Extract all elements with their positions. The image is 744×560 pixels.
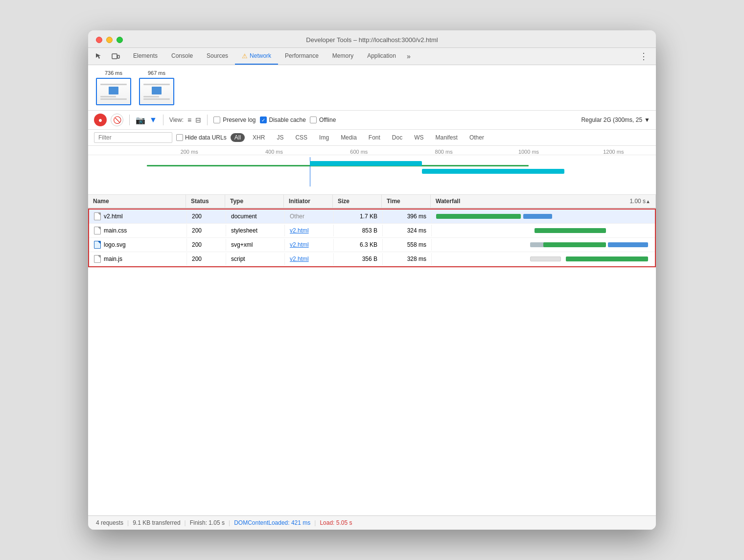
tab-bar: Elements Console Sources ⚠ Network Perfo… xyxy=(88,48,656,65)
col-size[interactable]: Size xyxy=(333,195,382,208)
row-time-mainjs: 328 ms xyxy=(383,253,432,265)
row-status-logosvg: 200 xyxy=(187,239,226,251)
offline-check[interactable] xyxy=(310,117,317,123)
ruler-200: 200 ms xyxy=(147,149,232,155)
row-type-v2html: document xyxy=(226,210,285,222)
tab-network[interactable]: ⚠ Network xyxy=(235,48,278,65)
minimize-button[interactable] xyxy=(106,37,113,43)
filter-xhr-btn[interactable]: XHR xyxy=(249,133,269,142)
filmstrip-thumb-1[interactable] xyxy=(96,78,131,105)
thumb-line xyxy=(100,84,127,85)
thumb-line-4 xyxy=(143,96,160,97)
col-waterfall[interactable]: Waterfall 1.00 s ▲ xyxy=(431,195,656,208)
row-initiator-logosvg[interactable]: v2.html xyxy=(285,239,334,251)
hide-data-urls-checkbox[interactable]: Hide data URLs xyxy=(176,134,227,141)
tab-memory[interactable]: Memory xyxy=(326,48,360,64)
table-row-v2html[interactable]: v2.html 200 document Other 1.7 KB 396 ms xyxy=(89,210,655,224)
row-name-logosvg[interactable]: logo.svg xyxy=(89,238,187,251)
sep-2: | xyxy=(185,519,186,526)
filter-other-btn[interactable]: Other xyxy=(465,133,488,142)
row-type-mainjs: script xyxy=(226,253,285,265)
record-button[interactable]: ● xyxy=(94,114,107,126)
status-transferred: 9.1 KB transferred xyxy=(133,519,180,526)
disable-cache-check[interactable]: ✓ xyxy=(260,117,267,123)
css-file-icon xyxy=(94,227,101,234)
filter-css-btn[interactable]: CSS xyxy=(291,133,311,142)
row-size-maincss: 853 B xyxy=(334,225,383,236)
initiator-link-mainjs[interactable]: v2.html xyxy=(290,256,309,262)
timeline-bars xyxy=(147,157,656,187)
row-initiator-mainjs[interactable]: v2.html xyxy=(285,253,334,265)
table-row-maincss[interactable]: main.css 200 stylesheet v2.html 853 B 32… xyxy=(89,224,655,238)
disable-cache-checkbox[interactable]: ✓ Disable cache xyxy=(260,117,306,123)
filter-icon[interactable]: ▼ xyxy=(149,116,157,124)
devtools-menu-button[interactable]: ⋮ xyxy=(635,48,652,65)
table-row-mainjs[interactable]: main.js 200 script v2.html 356 B 328 ms xyxy=(89,252,655,266)
sep-3: | xyxy=(229,519,230,526)
row-status-maincss: 200 xyxy=(187,225,226,236)
preserve-log-check[interactable] xyxy=(213,117,220,123)
view-group-icon[interactable]: ⊟ xyxy=(195,116,201,124)
view-list-icon[interactable]: ≡ xyxy=(187,116,191,124)
wf-green-bar-3 xyxy=(543,242,606,247)
sort-asc-icon: ▲ xyxy=(646,199,651,204)
col-name[interactable]: Name xyxy=(88,195,186,208)
device-icon[interactable] xyxy=(109,49,122,63)
row-name-mainjs[interactable]: main.js xyxy=(89,253,187,265)
tab-performance[interactable]: Performance xyxy=(278,48,326,64)
initiator-link-maincss[interactable]: v2.html xyxy=(290,227,309,234)
timeline-area: 200 ms 400 ms 600 ms 800 ms 1000 ms 1200… xyxy=(88,146,656,195)
tab-elements[interactable]: Elements xyxy=(126,48,164,64)
wf-gray-bar-4 xyxy=(530,257,561,261)
inspect-icon[interactable] xyxy=(92,49,106,63)
row-name-v2html[interactable]: v2.html xyxy=(89,210,187,223)
row-type-logosvg: svg+xml xyxy=(226,239,285,251)
warning-icon: ⚠ xyxy=(242,52,248,60)
divider-1 xyxy=(129,115,130,125)
tab-application[interactable]: Application xyxy=(360,48,403,64)
col-type[interactable]: Type xyxy=(225,195,284,208)
more-tabs-button[interactable]: » xyxy=(403,49,415,63)
filter-doc-btn[interactable]: Doc xyxy=(388,133,406,142)
throttle-select[interactable]: Regular 2G (300ms, 25 ▼ xyxy=(581,117,650,123)
row-time-maincss: 324 ms xyxy=(383,225,432,236)
row-name-maincss[interactable]: main.css xyxy=(89,224,187,237)
filmstrip-thumb-2[interactable] xyxy=(139,78,174,105)
title-bar: Developer Tools – http://localhost:3000/… xyxy=(88,30,656,48)
divider-3 xyxy=(207,115,208,125)
filter-manifest-btn[interactable]: Manifest xyxy=(432,133,462,142)
status-requests: 4 requests xyxy=(96,519,123,526)
filmstrip-item-2[interactable]: 967 ms xyxy=(139,70,174,105)
tab-sources[interactable]: Sources xyxy=(200,48,235,64)
filter-js-btn[interactable]: JS xyxy=(273,133,287,142)
thumb-content-2 xyxy=(140,79,173,104)
preserve-log-checkbox[interactable]: Preserve log xyxy=(213,117,256,123)
screenshot-button[interactable]: 📷 xyxy=(136,116,145,125)
filter-media-btn[interactable]: Media xyxy=(337,133,361,142)
maximize-button[interactable] xyxy=(116,37,123,43)
filmstrip-item-1[interactable]: 736 ms xyxy=(96,70,131,105)
initiator-link-logosvg[interactable]: v2.html xyxy=(290,241,309,248)
clear-button[interactable]: 🚫 xyxy=(111,114,123,126)
col-time[interactable]: Time xyxy=(382,195,431,208)
filter-ws-btn[interactable]: WS xyxy=(410,133,427,142)
filter-input[interactable] xyxy=(94,132,172,143)
status-load: Load: 5.05 s xyxy=(320,519,352,526)
hide-data-urls-check[interactable] xyxy=(176,134,183,141)
filter-font-btn[interactable]: Font xyxy=(365,133,384,142)
row-waterfall-maincss xyxy=(432,224,655,237)
ruler-1000: 1000 ms xyxy=(486,149,571,155)
table-row-logosvg[interactable]: logo.svg 200 svg+xml v2.html 6.3 KB 558 … xyxy=(89,238,655,252)
tab-console[interactable]: Console xyxy=(164,48,200,64)
row-initiator-maincss[interactable]: v2.html xyxy=(285,225,334,236)
filter-img-btn[interactable]: Img xyxy=(315,133,333,142)
col-status[interactable]: Status xyxy=(186,195,225,208)
wf-green-bar-1 xyxy=(436,214,521,219)
filter-all-btn[interactable]: All xyxy=(231,133,245,142)
col-initiator[interactable]: Initiator xyxy=(284,195,333,208)
svg-rect-0 xyxy=(112,54,117,59)
close-button[interactable] xyxy=(96,37,102,43)
offline-checkbox[interactable]: Offline xyxy=(310,117,336,123)
row-status-mainjs: 200 xyxy=(187,253,226,265)
filmstrip-area: 736 ms 967 ms xyxy=(88,65,656,111)
